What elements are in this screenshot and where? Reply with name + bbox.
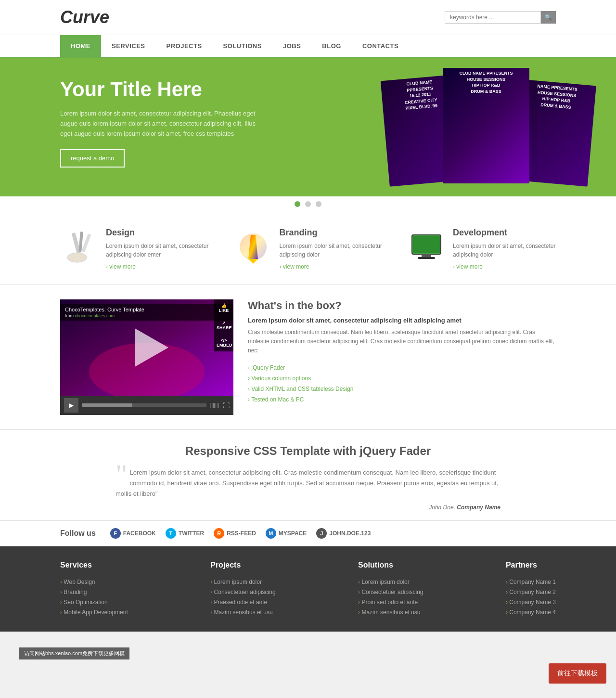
video-fullscreen-icon[interactable]: ⛶ (223, 401, 230, 409)
footer-item-3-0: Company Name 1 (506, 577, 556, 587)
footer-link-2-3[interactable]: Mazim sensibus et usu (358, 609, 420, 616)
footer-item-2-2: Proin sed odio et ante (358, 597, 423, 607)
quote-mark: " (116, 467, 128, 482)
johndoe-icon: j (316, 528, 327, 539)
johndoe-label: JOHN.DOE.123 (329, 530, 371, 537)
search-button[interactable]: 🔍 (541, 11, 556, 24)
slider-dots (0, 196, 616, 213)
footer-link-1-0[interactable]: Lorem ipsum dolor (210, 579, 262, 585)
footer-link-2-2[interactable]: Proin sed odio et ante (358, 599, 418, 606)
nav-item-blog: BLOG (311, 35, 352, 57)
video-inner: ChocoTemplates: Curve Template from choc… (60, 299, 233, 396)
footer-link-3-2[interactable]: Company Name 3 (506, 599, 556, 606)
nav-item-solutions: SOLUTIONS (213, 35, 272, 57)
video-overlay-title: ChocoTemplates: Curve Template from choc… (60, 304, 233, 321)
box-link-item-3: Tested on Mac & PC (248, 394, 556, 405)
nav-link-blog[interactable]: BLOG (311, 35, 352, 57)
rss-label: RSS-FEED (227, 530, 256, 537)
slider-dot-3[interactable] (316, 201, 321, 207)
footer-link-2-0[interactable]: Lorem ipsum dolor (358, 579, 410, 585)
footer-link-1-1[interactable]: Consectetuer adipiscing (210, 589, 275, 595)
footer-link-3-0[interactable]: Company Name 1 (506, 579, 556, 585)
twitter-link[interactable]: t TWITTER (166, 528, 204, 539)
footer-link-0-2[interactable]: Seo Optimization (60, 599, 108, 606)
svg-point-3 (67, 253, 87, 262)
branding-icon (234, 228, 272, 266)
footer: ServicesWeb DesignBrandingSeo Optimizati… (0, 546, 616, 632)
svg-rect-2 (81, 233, 91, 253)
branding-title: Branding (280, 228, 383, 238)
hero-title: Your Title Here (60, 78, 262, 102)
logo: Curve (60, 7, 109, 27)
nav-link-services[interactable]: SERVICES (101, 35, 156, 57)
footer-link-3-3[interactable]: Company Name 4 (506, 609, 556, 616)
box-link-3[interactable]: Tested on Mac & PC (251, 396, 304, 403)
facebook-icon: f (110, 528, 121, 539)
svg-rect-9 (422, 254, 431, 257)
footer-link-1-3[interactable]: Mazim sensibus et usu (210, 609, 272, 616)
footer-item-1-3: Mazim sensibus et usu (210, 607, 275, 617)
rss-link[interactable]: r RSS-FEED (214, 528, 256, 539)
branding-view-more[interactable]: view more (280, 263, 309, 270)
video-share-btn[interactable]: ↗SHARE (214, 317, 233, 334)
box-lead: Lorem ipsum dolor sit amet, consectetur … (248, 317, 556, 324)
testimonial-section: Responsive CSS Template with jQuery Fade… (0, 429, 616, 520)
features-section: Design Lorem ipsum dolor sit amet, conse… (0, 213, 616, 285)
facebook-link[interactable]: f FACEBOOK (110, 528, 156, 539)
svg-rect-10 (418, 257, 435, 259)
nav-link-home[interactable]: HOME (60, 35, 101, 57)
footer-link-0-3[interactable]: Mobile App Development (60, 609, 128, 616)
nav-link-contacts[interactable]: CONTACTS (352, 35, 409, 57)
box-links-list: jQuery FaderVarious column optionsValid … (248, 362, 556, 405)
design-description: Lorem ipsum dolor sit amet, consectetur … (106, 242, 209, 259)
nav-link-projects[interactable]: PROJECTS (156, 35, 213, 57)
box-link-item-1: Various column options (248, 373, 556, 384)
footer-link-0-0[interactable]: Web Design (60, 579, 95, 585)
footer-col-heading-3: Partners (506, 561, 556, 569)
branding-description: Lorem ipsum dolor sit amet, consectetur … (280, 242, 383, 259)
myspace-link[interactable]: m MYSPACE (266, 528, 307, 539)
box-link-item-0: jQuery Fader (248, 362, 556, 373)
footer-item-2-0: Lorem ipsum dolor (358, 577, 423, 587)
testimonial-heading: Responsive CSS Template with jQuery Fade… (60, 444, 556, 458)
footer-col-heading-0: Services (60, 561, 128, 569)
development-view-more[interactable]: view more (453, 263, 483, 270)
footer-link-2-1[interactable]: Consectetuer adipiscing (358, 589, 423, 595)
myspace-icon: m (266, 528, 276, 539)
video-progress-fill (82, 403, 132, 407)
nav-link-jobs[interactable]: JOBS (272, 35, 311, 57)
development-description: Lorem ipsum dolor sit amet, consectetur … (453, 242, 556, 259)
box-link-1[interactable]: Various column options (251, 375, 311, 382)
video-like-btn[interactable]: 👍LIKE (214, 299, 233, 317)
testimonial-text: Lorem ipsum dolor sit amet, consectetur … (116, 469, 499, 497)
footer-item-0-0: Web Design (60, 577, 128, 587)
header: Curve 🔍 (0, 0, 616, 35)
testimonial-company: Company Name (457, 504, 500, 511)
footer-link-1-2[interactable]: Praesed odie et ante (210, 599, 267, 606)
hero-cta-button[interactable]: request a demo (60, 149, 125, 168)
footer-col-0: ServicesWeb DesignBrandingSeo Optimizati… (60, 561, 128, 617)
nav-link-solutions[interactable]: SOLUTIONS (213, 35, 272, 57)
box-link-0[interactable]: jQuery Fader (251, 364, 285, 371)
development-title: Development (453, 228, 556, 238)
slider-dot-1[interactable] (295, 201, 300, 207)
footer-col-list-2: Lorem ipsum dolorConsectetuer adipiscing… (358, 577, 423, 617)
footer-col-list-1: Lorem ipsum dolorConsectetuer adipiscing… (210, 577, 275, 617)
video-from-link[interactable]: chocotemplates.com (75, 313, 115, 318)
box-link-2[interactable]: Valid XHTML and CSS tableless Design (251, 386, 353, 392)
design-view-more[interactable]: view more (106, 263, 136, 270)
footer-link-3-1[interactable]: Company Name 2 (506, 589, 556, 595)
box-heading: What's in the box? (248, 299, 556, 312)
video-progress-bar[interactable] (82, 403, 206, 407)
footer-col-heading-1: Projects (210, 561, 275, 569)
hero-image-2: CLUB NAME PPRESENTSHOUSE SESSIONSHIP HOP… (443, 68, 529, 183)
nav-list: HOMESERVICESPROJECTSSOLUTIONSJOBSBLOGCON… (0, 35, 616, 57)
slider-dot-2[interactable] (305, 201, 311, 207)
video-play-button[interactable]: ▶ (64, 398, 78, 413)
video-embed-btn[interactable]: </>EMBED (214, 334, 233, 351)
footer-link-0-1[interactable]: Branding (60, 589, 87, 595)
footer-item-3-3: Company Name 4 (506, 607, 556, 617)
search-input[interactable] (445, 11, 541, 24)
johndoe-link[interactable]: j JOHN.DOE.123 (316, 528, 371, 539)
hero-section: Your Title Here Lorem ipsum dolor sit am… (0, 58, 616, 196)
